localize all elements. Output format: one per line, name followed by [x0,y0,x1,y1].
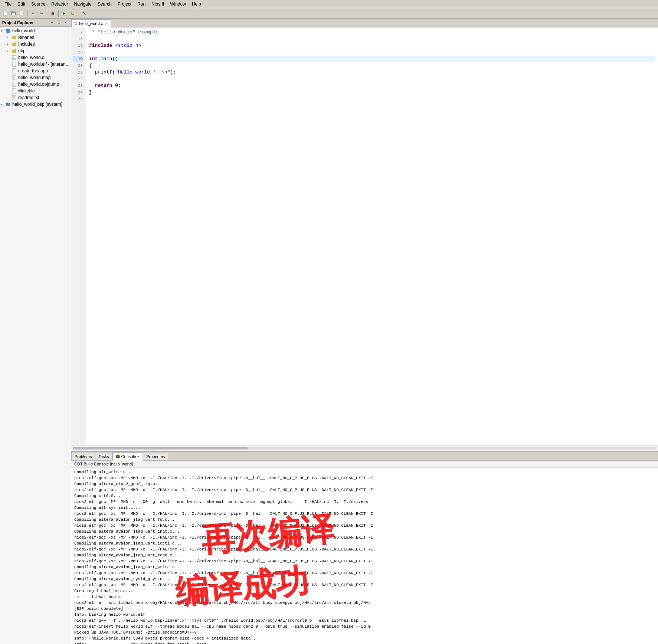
toolbar-run[interactable]: ▶ [60,10,68,17]
console-line-23: [BSP build complete] [74,606,655,612]
code-line-18 [89,49,655,56]
panel-close-icon[interactable]: × [63,20,69,26]
console-line-3: nios2-elf-gcc -xc -MP -MMD -c -I./HAL/in… [74,487,655,493]
menu-refactor[interactable]: Refactor [48,1,71,7]
menu-window[interactable]: Window [167,1,189,7]
toolbar-build[interactable]: 🔨 [80,10,88,17]
toolbar-new[interactable]: 📄 [1,10,9,17]
tree-arrow-hello_world: ▾ [1,29,5,33]
toolbar-debug[interactable]: 🐛 [69,10,76,17]
tree-label-hello_world_elf: hello_world.elf - [alteranios2] [18,62,70,67]
toolbar-save[interactable]: 💾 [10,10,17,17]
svg-rect-1 [6,29,8,30]
tree-item-includes[interactable]: ▸Includes [0,41,71,48]
toolbar-undo[interactable]: ↩ [29,10,37,17]
project-explorer-title: Project Explorer [2,20,34,25]
menu-run[interactable]: Run [134,1,148,7]
menu-source[interactable]: Source [28,1,48,7]
tree-item-create_this_app[interactable]: create-this-app [0,68,71,74]
tree-item-obj[interactable]: ▸obj [0,48,71,54]
toolbar-sep2 [47,10,47,17]
tab-file-icon: C [75,21,78,26]
bottom-tab-tasks[interactable]: Tasks [95,452,112,460]
tree-item-hello_world_objdump[interactable]: hello_world.objdump [0,81,71,88]
tree-icon-binaries [11,35,17,40]
console-line-8: Compiling altera_avalon_jtag_uart_fd.c..… [74,517,655,523]
bottom-tab-console[interactable]: 📟 Console × [112,452,143,461]
editor-tab-bar: C hello_world.c × [71,19,658,27]
tree-item-hello_world_map[interactable]: hello_world.map [0,74,71,81]
tree-icon-hello_world_objdump [11,81,17,87]
console-line-4: Compiling crt0.S... [74,493,655,499]
code-line-2: * "Hello World" example. [89,29,655,36]
toolbar-redo[interactable]: ↪ [37,10,45,17]
code-line-20: { [89,62,655,69]
menu-navigate[interactable]: Navigate [71,1,94,7]
line-number-17: 17 [73,42,83,49]
line-number-25: 25 [73,96,83,102]
menu-help[interactable]: Help [189,1,204,7]
tree-icon-obj [11,48,17,54]
console-line-20: Creating libhal_bsp.a... [74,588,655,594]
tree-item-hello_world_c[interactable]: Chello_world.c [0,54,71,61]
tree-item-hello_world_elf[interactable]: ELFhello_world.elf - [alteranios2] [0,61,71,68]
tree-item-hello_world[interactable]: ▾hello_world [0,27,71,34]
bottom-panel: ProblemsTasks📟 Console ×Properties CDT B… [71,451,658,644]
menu-bar: File Edit Source Refactor Navigate Searc… [0,0,658,8]
console-line-27: Picked up JAVA_TOOL_OPTIONS: -Dfile.enco… [74,630,655,635]
console-line-22: nios2-elf-ar -src libhal_bsp.a obj/HAL/s… [74,600,655,606]
tab-label: hello_world.c [79,21,103,26]
line-number-21: 21 [73,69,83,76]
main-container: Project Explorer − □ × ▾hello_world▸Bina… [0,19,658,644]
console-line-15: nios2-elf-gcc -xc -MP -MMD -c -I./HAL/in… [74,558,655,564]
bottom-tab-bar: ProblemsTasks📟 Console ×Properties [71,452,658,461]
menu-edit[interactable]: Edit [14,1,28,7]
console-output[interactable]: Compiling alt_write.c...nios2-elf-gcc -x… [71,468,658,644]
console-line-25: nios2-elf-g++ -T'../hello_world_bsp/link… [74,618,655,624]
tree-label-create_this_app: create-this-app [18,68,48,73]
menu-search[interactable]: Search [95,1,115,7]
console-line-16: Compiling altera_avalon_jtag_uart_write.… [74,564,655,570]
tree-item-makefile[interactable]: Makefile [0,88,71,94]
editor-tab-hello-world-c[interactable]: C hello_world.c × [71,19,111,27]
right-area: C hello_world.c × 216171819202122232425 … [71,19,658,644]
editor-area: C hello_world.c × 216171819202122232425 … [71,19,658,451]
code-line-16 [89,36,655,42]
toolbar-saveall[interactable]: 📑 [18,10,25,17]
tree-icon-hello_world_map [11,75,17,81]
tree-item-hello_world_bsp[interactable]: ▸hello_world_bsp [system] [0,101,71,108]
line-numbers: 216171819202122232425 [71,27,86,445]
editor-scrollbar[interactable] [71,445,658,451]
svg-rect-27 [6,103,8,104]
bottom-tab-problems[interactable]: Problems [71,452,95,460]
project-explorer-titlebar: Project Explorer − □ × [0,19,71,27]
menu-nios2[interactable]: Nios II [148,1,167,7]
console-line-13: nios2-elf-gcc -xc -MP -MMD -c -I./HAL/in… [74,546,655,552]
tree-arrow-binaries: ▸ [7,36,11,39]
tab-close-icon[interactable]: × [104,22,108,26]
console-line-0: Compiling alt_write.c... [74,469,655,475]
code-line-22 [89,76,655,82]
code-line-19: int main() [89,56,655,62]
panel-icon-group: − □ × [49,20,69,26]
tree-label-hello_world: hello_world [12,28,35,33]
console-line-2: Compiling altera_nios2_gen2_irq.c... [74,481,655,487]
tree-icon-create_this_app [11,68,17,74]
console-line-14: Compiling altera_avalon_jtag_uart_read.c… [74,552,655,558]
code-line-23: return 0; [89,82,655,89]
line-number-22: 22 [73,76,83,82]
svg-text:C: C [13,56,15,59]
toolbar-print[interactable]: 🖨 [49,10,56,17]
menu-file[interactable]: File [1,1,14,7]
menu-project[interactable]: Project [115,1,134,7]
tree-icon-hello_world_c: C [11,55,17,61]
panel-minimize-icon[interactable]: − [49,20,55,26]
tree-label-hello_world_bsp: hello_world_bsp [system] [12,102,62,107]
tree-item-binaries[interactable]: ▸Binaries [0,34,71,41]
tree-item-readme_txt[interactable]: readme.txt [0,94,71,101]
code-editor[interactable]: 216171819202122232425 * "Hello World" ex… [71,27,658,445]
console-line-19: nios2-elf-gcc -xc -MP -MMD -c -I./HAL/in… [74,582,655,588]
bottom-tab-properties[interactable]: Properties [143,452,168,460]
code-line-24: } [89,89,655,96]
panel-maximize-icon[interactable]: □ [56,20,62,26]
